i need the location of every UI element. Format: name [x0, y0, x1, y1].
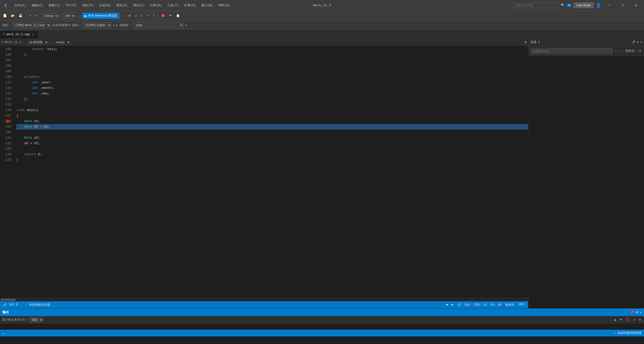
run-button[interactable]: ▶ 本地 Windows 调试器 [82, 13, 119, 19]
menu-debug[interactable]: 调试(D) [114, 2, 130, 9]
breadcrumb-file[interactable]: Work_11.3 [5, 41, 21, 44]
code-line[interactable]: return *this; [16, 47, 528, 52]
code-token [16, 85, 32, 91]
live-share-button[interactable]: Live Share [574, 3, 594, 8]
source-control-btn[interactable]: ⬆ 添加到源代码管理 [614, 331, 641, 335]
code-line[interactable]: }; [16, 96, 528, 102]
filter-btn[interactable]: ⚙ [116, 23, 118, 27]
code-editor[interactable]: 1051061071081091101111121131141151161171… [0, 46, 528, 298]
zoom-level[interactable]: 141 % [9, 303, 18, 307]
code-line[interactable] [16, 69, 528, 74]
function-dropdown[interactable]: main() [53, 40, 71, 45]
menu-build[interactable]: 生成(B) [97, 2, 113, 9]
code-line[interactable]: Date d2 = d1; [16, 124, 528, 130]
horizontal-scrollbar[interactable] [0, 298, 528, 301]
code-line[interactable] [16, 130, 528, 135]
float-watch-btn[interactable]: ⊞ [637, 40, 639, 44]
process-dropdown[interactable]: [7096] Work_11.3.exe [13, 22, 51, 28]
menu-window[interactable]: 窗口(W) [199, 2, 215, 9]
code-line[interactable]: private: [16, 74, 528, 80]
cursor-col-num[interactable]: 列: 18 [491, 303, 501, 307]
undo-btn[interactable]: ↩ [28, 13, 32, 18]
tab-work11[interactable]: C work_11.3.cpp ✕ [0, 30, 38, 38]
output-scroll-down-btn[interactable]: ▼ [619, 317, 623, 322]
tab-close-btn[interactable]: ✕ [31, 32, 35, 36]
menu-help[interactable]: 帮助(H) [216, 2, 232, 9]
code-line[interactable]: int _month; [16, 85, 528, 91]
code-line[interactable]: d3 = d2; [16, 141, 528, 146]
output-scroll-up-btn[interactable]: ▲ [613, 317, 617, 322]
watch-btn[interactable]: 👁 [167, 13, 174, 18]
issues-count[interactable]: 未找到相关问题 [29, 303, 50, 307]
code-line[interactable]: } [16, 52, 528, 58]
output-settings-btn[interactable]: ⚙ [638, 317, 642, 322]
pin-output-btn[interactable]: 📌 [630, 310, 634, 314]
code-line[interactable]: int _day; [16, 91, 528, 96]
menu-extensions[interactable]: 扩展(X) [182, 2, 198, 9]
menu-file[interactable]: 文件(F) [12, 2, 29, 9]
close-watch-btn[interactable]: ✕ [640, 40, 642, 44]
code-line[interactable]: { [16, 113, 528, 119]
editor-tab-bar: C work_11.3.cpp ✕ [0, 30, 644, 39]
close-output-btn[interactable]: ✕ [639, 310, 641, 314]
code-token: int [32, 80, 38, 85]
code-line[interactable]: Date d3; [16, 135, 528, 141]
expand-editor-btn[interactable]: ⊕ [525, 40, 527, 44]
stop-btn[interactable]: ■ [120, 13, 125, 18]
code-line[interactable]: int _year; [16, 80, 528, 85]
step-into-btn[interactable]: ⤶ [145, 13, 150, 18]
stackframe-dropdown[interactable]: main [133, 22, 183, 28]
code-content[interactable]: return *this; } private: int _year; int … [14, 46, 528, 298]
search-forward-btn[interactable]: → [620, 49, 624, 54]
code-line[interactable]: Date d1; [16, 119, 528, 124]
menu-project[interactable]: 项目(P) [80, 2, 96, 9]
open-folder-btn[interactable]: 📂 [9, 13, 16, 18]
line-ending[interactable]: CRLF [518, 303, 526, 307]
menu-git[interactable]: Git(G) [63, 3, 79, 8]
menu-test[interactable]: 测试(S) [131, 2, 147, 9]
pause-btn[interactable]: ⏸ [126, 13, 132, 18]
save-btn[interactable]: 💾 [17, 13, 24, 18]
global-search-input[interactable] [513, 3, 559, 8]
debug-config-dropdown[interactable]: Debug [42, 13, 59, 19]
cursor-line[interactable]: 行: 119 [458, 303, 470, 307]
code-line[interactable] [16, 63, 528, 69]
menu-tools[interactable]: 工具(T) [165, 2, 181, 9]
output-source-select[interactable]: 调试 [29, 317, 44, 323]
output-clear-btn[interactable]: 🚫 [624, 317, 631, 322]
watch-search-input[interactable] [530, 48, 613, 54]
encoding[interactable]: 制表符 [505, 303, 514, 307]
pin-watch-btn[interactable]: 📌 [632, 40, 635, 44]
thread-dropdown[interactable]: [32964] 主线程 [83, 22, 111, 28]
stackframe-label: 堆栈帧： [119, 23, 131, 27]
output-wrap-btn[interactable]: ↩ [632, 317, 636, 322]
redo-btn[interactable]: ↪ [33, 13, 38, 18]
close-button[interactable]: ✕ [630, 0, 642, 11]
callstack-btn[interactable]: 📋 [175, 13, 181, 18]
scope-dropdown[interactable]: (全局范围) [26, 40, 49, 45]
code-line[interactable]: ⊟int main() [16, 107, 528, 113]
float-output-btn[interactable]: ⊞ [636, 310, 638, 314]
cursor-col[interactable]: 字符: 15 [474, 303, 487, 307]
scroll-right-btn[interactable]: ▶ [452, 303, 453, 307]
h-scroll-thumb[interactable] [1, 299, 16, 301]
code-line[interactable]: return 0; [16, 152, 528, 157]
step-over-btn[interactable]: ⤵ [139, 13, 144, 18]
breakpoints-btn[interactable]: 🔴 [160, 13, 166, 18]
search-back-btn[interactable]: ← [614, 49, 618, 54]
code-line[interactable]: } [16, 157, 528, 163]
menu-edit[interactable]: 编辑(E) [29, 2, 46, 9]
restore-button[interactable]: ❐ [617, 0, 628, 11]
step-out-btn[interactable]: ⤴ [151, 13, 156, 18]
new-file-btn[interactable]: 📄 [2, 13, 8, 18]
code-line[interactable] [16, 58, 528, 63]
menu-analyze[interactable]: 分析(N) [148, 2, 164, 9]
menu-view[interactable]: 视图(V) [46, 2, 63, 9]
code-line[interactable] [16, 146, 528, 152]
restart-btn[interactable]: ↺ [133, 13, 138, 18]
platform-dropdown[interactable]: x86 [63, 13, 75, 19]
minimize-button[interactable]: ─ [603, 0, 615, 11]
scroll-left-btn[interactable]: ◀ [446, 303, 448, 307]
collapse-icon[interactable]: ⊟ [16, 107, 18, 113]
code-line[interactable] [16, 102, 528, 107]
